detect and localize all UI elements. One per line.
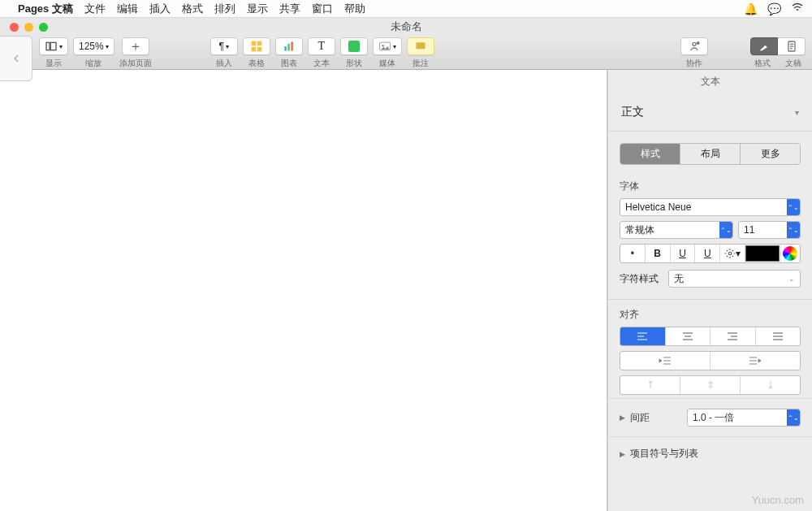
align-justify-button[interactable] bbox=[755, 327, 801, 345]
text-button[interactable]: T bbox=[308, 37, 335, 55]
underline-button[interactable]: U bbox=[670, 245, 695, 262]
tab-style[interactable]: 样式 bbox=[620, 144, 680, 164]
svg-rect-5 bbox=[257, 47, 262, 52]
svg-rect-11 bbox=[416, 42, 425, 49]
bold-button[interactable]: B bbox=[645, 245, 670, 262]
svg-rect-1 bbox=[50, 42, 56, 50]
disclosure-triangle-icon: ▶ bbox=[620, 414, 625, 422]
align-center-button[interactable] bbox=[665, 327, 710, 345]
char-style-select[interactable]: 无 ⌄ bbox=[668, 270, 801, 288]
tab-layout[interactable]: 布局 bbox=[680, 144, 740, 164]
disclosure-triangle-icon: ▶ bbox=[620, 450, 625, 458]
svg-rect-0 bbox=[46, 42, 50, 50]
menu-file[interactable]: 文件 bbox=[84, 2, 106, 16]
window-titlebar: 未命名 bbox=[0, 18, 812, 36]
svg-point-13 bbox=[697, 42, 699, 45]
menu-insert[interactable]: 插入 bbox=[149, 2, 171, 16]
window-title: 未命名 bbox=[391, 19, 422, 34]
document-inspector-button[interactable] bbox=[778, 37, 806, 55]
format-inspector-button[interactable] bbox=[750, 37, 778, 55]
media-button[interactable]: ▾ bbox=[373, 37, 402, 55]
menu-arrange[interactable]: 排列 bbox=[214, 2, 235, 16]
line-spacing-select[interactable]: 1.0 - 一倍⌃⌄ bbox=[687, 409, 801, 427]
bullet-style-button[interactable]: • bbox=[620, 245, 645, 262]
add-page-button[interactable]: ＋ bbox=[122, 37, 149, 55]
align-section-label: 对齐 bbox=[620, 308, 801, 322]
char-style-label: 字符样式 bbox=[620, 272, 662, 286]
view-button[interactable]: ▾ bbox=[39, 37, 68, 55]
shape-button[interactable] bbox=[340, 37, 368, 55]
watermark: Yuucn.com bbox=[752, 494, 804, 506]
tab-more[interactable]: 更多 bbox=[740, 144, 800, 164]
comment-button[interactable] bbox=[407, 37, 434, 55]
text-style-gear-button[interactable]: ▾ bbox=[719, 245, 745, 262]
table-button[interactable] bbox=[243, 37, 270, 55]
indent-button[interactable] bbox=[710, 352, 800, 370]
svg-point-10 bbox=[382, 45, 383, 46]
add-page-label: 添加页面 bbox=[119, 58, 152, 69]
valign-top-button[interactable]: ⤒ bbox=[620, 376, 680, 394]
align-left-button[interactable] bbox=[620, 327, 665, 345]
font-section-label: 字体 bbox=[620, 180, 801, 193]
collab-button[interactable] bbox=[680, 37, 708, 55]
lists-disclosure[interactable]: ▶ 项目符号与列表 bbox=[608, 436, 812, 470]
menu-edit[interactable]: 编辑 bbox=[117, 2, 138, 16]
svg-point-12 bbox=[693, 42, 696, 45]
spacing-disclosure[interactable]: ▶ 间距 1.0 - 一倍⌃⌄ bbox=[608, 398, 812, 436]
menu-help[interactable]: 帮助 bbox=[344, 2, 365, 16]
valign-middle-button[interactable]: ⇕ bbox=[680, 376, 740, 394]
minimize-window-button[interactable] bbox=[24, 23, 33, 32]
chart-button[interactable] bbox=[275, 37, 303, 55]
outdent-button[interactable] bbox=[620, 352, 710, 370]
text-color-swatch[interactable] bbox=[745, 245, 780, 262]
insert-button[interactable]: ¶▾ bbox=[210, 37, 238, 55]
strikethrough-button[interactable]: U bbox=[694, 245, 719, 262]
app-menu[interactable]: Pages 文稿 bbox=[18, 2, 73, 16]
inspector-tabs: 样式 布局 更多 bbox=[620, 143, 801, 165]
wifi-icon[interactable] bbox=[791, 1, 804, 16]
chevron-down-icon: ▾ bbox=[795, 108, 799, 117]
toolbar: ▾ 显示 125%▾ 缩放 ＋ 添加页面 ¶▾ 插入 表格 图表 T 文本 形状 bbox=[0, 36, 812, 70]
wechat-icon[interactable]: 💬 bbox=[767, 2, 781, 15]
paragraph-style-select[interactable]: 正文 ▾ bbox=[608, 93, 812, 132]
inspector-header: 文本 bbox=[608, 70, 812, 93]
document-canvas[interactable] bbox=[0, 70, 607, 511]
format-inspector: 文本 正文 ▾ 样式 布局 更多 字体 Helvetica Neue⌃⌄ 常规体… bbox=[607, 70, 812, 511]
close-window-button[interactable] bbox=[10, 23, 19, 32]
svg-rect-3 bbox=[257, 41, 262, 46]
font-style-row: • B U U ▾ bbox=[620, 244, 801, 263]
color-picker-button[interactable] bbox=[780, 245, 800, 262]
mac-menubar: Pages 文稿 文件 编辑 插入 格式 排列 显示 共享 窗口 帮助 🔔 💬 bbox=[0, 0, 812, 18]
font-weight-select[interactable]: 常规体⌃⌄ bbox=[620, 221, 733, 239]
notification-icon[interactable]: 🔔 bbox=[744, 2, 758, 15]
svg-rect-6 bbox=[284, 46, 286, 51]
svg-rect-7 bbox=[287, 44, 289, 51]
menu-window[interactable]: 窗口 bbox=[312, 2, 333, 16]
align-right-button[interactable] bbox=[710, 327, 755, 345]
font-family-select[interactable]: Helvetica Neue⌃⌄ bbox=[620, 198, 801, 216]
zoom-select[interactable]: 125%▾ bbox=[73, 37, 114, 55]
menu-format[interactable]: 格式 bbox=[182, 2, 203, 16]
svg-rect-8 bbox=[291, 41, 292, 50]
valign-bottom-button[interactable]: ⤓ bbox=[740, 376, 800, 394]
browser-back-tab[interactable] bbox=[0, 36, 32, 81]
traffic-lights bbox=[10, 23, 48, 32]
svg-rect-4 bbox=[251, 47, 256, 52]
zoom-window-button[interactable] bbox=[39, 23, 48, 32]
font-size-field[interactable]: 11⌃⌄ bbox=[738, 221, 801, 239]
svg-point-18 bbox=[728, 252, 732, 255]
menu-view[interactable]: 显示 bbox=[247, 2, 268, 16]
svg-rect-2 bbox=[251, 41, 256, 46]
menu-share[interactable]: 共享 bbox=[279, 2, 300, 16]
view-label: 显示 bbox=[45, 58, 62, 69]
zoom-label: 缩放 bbox=[85, 58, 102, 69]
